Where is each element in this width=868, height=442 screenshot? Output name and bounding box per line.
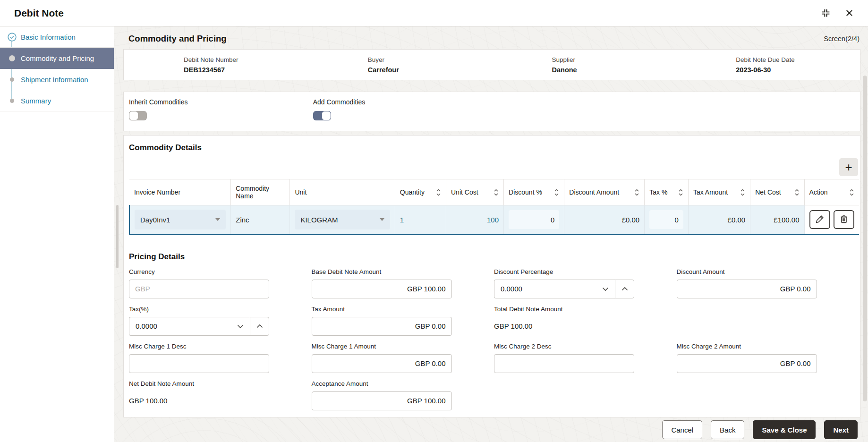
misc-charge-1-amount-label: Misc Charge 1 Amount bbox=[312, 343, 452, 350]
supplier-field: Supplier Danone bbox=[492, 56, 676, 74]
acceptance-amount-input[interactable] bbox=[312, 391, 452, 410]
pending-step-dot-icon bbox=[7, 99, 17, 103]
col-unit-cost[interactable]: Unit Cost bbox=[446, 179, 504, 205]
step-label: Basic Information bbox=[21, 33, 76, 41]
add-commodities-field: Add Commodities bbox=[308, 98, 492, 131]
debit-note-number-field: Debit Note Number DEB1234567 bbox=[124, 56, 308, 74]
misc-charge-2-desc-input[interactable] bbox=[494, 354, 634, 373]
sort-icon[interactable] bbox=[436, 188, 441, 196]
table-row: Day0Inv1 Zinc KILOGRAM bbox=[129, 205, 859, 235]
col-quantity[interactable]: Quantity bbox=[395, 179, 446, 205]
delete-row-button[interactable] bbox=[834, 210, 854, 229]
tax-percentage-value-box[interactable]: 0.0000 bbox=[129, 317, 250, 336]
page-title: Commodity and Pricing bbox=[128, 34, 227, 44]
action-cell bbox=[804, 205, 859, 235]
invoice-number-cell: Day0Inv1 bbox=[129, 205, 231, 235]
unit-select[interactable]: KILOGRAM bbox=[295, 210, 390, 230]
quantity-cell[interactable]: 1 bbox=[395, 205, 446, 235]
discount-amount-input[interactable] bbox=[677, 280, 817, 298]
window-title: Debit Note bbox=[14, 8, 64, 19]
pricing-grid: Currency Base Debit Note Amount Discount… bbox=[129, 268, 859, 410]
col-net-cost[interactable]: Net Cost bbox=[750, 179, 804, 205]
add-commodity-button[interactable]: + bbox=[839, 158, 858, 176]
footer-action-bar: Cancel Back Save & Close Next bbox=[114, 417, 868, 442]
chevron-down-icon[interactable] bbox=[237, 322, 244, 331]
unit-cost-cell[interactable]: 100 bbox=[446, 205, 504, 235]
stepper-increment-button[interactable] bbox=[250, 317, 269, 336]
net-amount-field: Net Debit Note Amount GBP 100.00 bbox=[129, 380, 269, 410]
buyer-field: Buyer Carrefour bbox=[308, 56, 492, 74]
sort-icon[interactable] bbox=[494, 188, 499, 196]
tax-amount-cell: £0.00 bbox=[688, 205, 750, 235]
acceptance-amount-label: Acceptance Amount bbox=[312, 380, 452, 387]
chevron-down-icon[interactable] bbox=[602, 285, 609, 293]
commodity-toggles-card: Inherit Commodities Add Commodities bbox=[123, 92, 860, 131]
active-step-dot-icon bbox=[7, 55, 17, 61]
chevron-down-icon bbox=[380, 218, 384, 221]
back-button[interactable]: Back bbox=[711, 420, 744, 439]
sidebar-item-basic-information[interactable]: Basic Information bbox=[0, 26, 114, 48]
save-and-close-button[interactable]: Save & Close bbox=[753, 420, 816, 439]
sort-icon[interactable] bbox=[740, 188, 745, 196]
sort-icon[interactable] bbox=[678, 188, 683, 196]
unit-cell: KILOGRAM bbox=[290, 205, 395, 235]
empty-cell bbox=[677, 306, 817, 336]
invoice-number-select[interactable]: Day0Inv1 bbox=[135, 210, 226, 230]
col-discount-amount[interactable]: Discount Amount bbox=[564, 179, 645, 205]
collapse-icon[interactable] bbox=[820, 7, 832, 19]
pencil-icon bbox=[815, 214, 825, 225]
table-mini-scrollbar[interactable] bbox=[116, 205, 119, 268]
next-button[interactable]: Next bbox=[824, 420, 858, 439]
sort-icon[interactable] bbox=[554, 188, 559, 196]
total-amount-label: Total Debit Note Amount bbox=[494, 306, 634, 313]
edit-row-button[interactable] bbox=[809, 210, 830, 229]
vertical-scrollbar[interactable] bbox=[863, 76, 867, 401]
step-label: Shipment Information bbox=[21, 76, 88, 84]
sidebar-item-shipment-information[interactable]: Shipment Information bbox=[0, 69, 114, 90]
discount-percentage-field: Discount Percentage 0.0000 bbox=[494, 268, 634, 298]
misc-charge-1-desc-input[interactable] bbox=[129, 354, 269, 373]
discount-percentage-value-box[interactable]: 0.0000 bbox=[494, 280, 615, 298]
sort-icon[interactable] bbox=[794, 188, 800, 196]
tax-pct-input[interactable]: 0 bbox=[649, 210, 683, 229]
total-amount-value: GBP 100.00 bbox=[494, 317, 634, 336]
sidebar-item-summary[interactable]: Summary bbox=[0, 90, 114, 111]
due-date-value: 2023-06-30 bbox=[736, 66, 860, 74]
discount-amount-field: Discount Amount bbox=[677, 268, 817, 298]
base-amount-input[interactable] bbox=[312, 280, 452, 298]
inherit-commodities-toggle[interactable] bbox=[129, 111, 147, 120]
acceptance-amount-field: Acceptance Amount bbox=[312, 380, 452, 410]
buyer-label: Buyer bbox=[368, 56, 492, 63]
col-tax-amount[interactable]: Tax Amount bbox=[688, 179, 750, 205]
sort-icon[interactable] bbox=[849, 188, 854, 196]
col-tax-pct[interactable]: Tax % bbox=[645, 179, 689, 205]
close-icon[interactable] bbox=[844, 8, 855, 18]
cancel-button[interactable]: Cancel bbox=[662, 420, 702, 439]
misc-charge-1-amount-input[interactable] bbox=[312, 354, 452, 373]
tax-pct-cell: 0 bbox=[645, 205, 689, 235]
chevron-up-icon bbox=[621, 285, 628, 292]
sidebar-item-commodity-and-pricing[interactable]: Commodity and Pricing bbox=[0, 48, 114, 69]
inherit-commodities-field: Inherit Commodities bbox=[124, 98, 308, 131]
tax-amount-input[interactable] bbox=[312, 317, 452, 336]
col-commodity-name: Commodity Name bbox=[231, 179, 290, 205]
misc-charge-1-amount-field: Misc Charge 1 Amount bbox=[312, 343, 452, 373]
add-commodities-toggle[interactable] bbox=[313, 111, 331, 120]
tax-percentage-stepper: 0.0000 bbox=[129, 317, 269, 336]
col-unit: Unit bbox=[290, 179, 395, 205]
col-action[interactable]: Action bbox=[804, 179, 859, 205]
discount-pct-input[interactable]: 0 bbox=[509, 210, 559, 229]
discount-pct-cell: 0 bbox=[504, 205, 564, 235]
misc-charge-2-amount-input[interactable] bbox=[677, 354, 817, 373]
debit-note-summary-card: Debit Note Number DEB1234567 Buyer Carre… bbox=[123, 49, 860, 80]
col-discount-pct[interactable]: Discount % bbox=[504, 179, 564, 205]
discount-amount-label: Discount Amount bbox=[677, 268, 817, 275]
supplier-label: Supplier bbox=[552, 56, 676, 63]
stepper-increment-button[interactable] bbox=[615, 280, 634, 298]
total-amount-field: Total Debit Note Amount GBP 100.00 bbox=[494, 306, 634, 336]
tax-amount-field: Tax Amount bbox=[312, 306, 452, 336]
net-cost-cell: £100.00 bbox=[750, 205, 804, 235]
sort-icon[interactable] bbox=[634, 188, 639, 196]
base-amount-label: Base Debit Note Amount bbox=[312, 268, 452, 275]
currency-input[interactable] bbox=[129, 280, 269, 298]
